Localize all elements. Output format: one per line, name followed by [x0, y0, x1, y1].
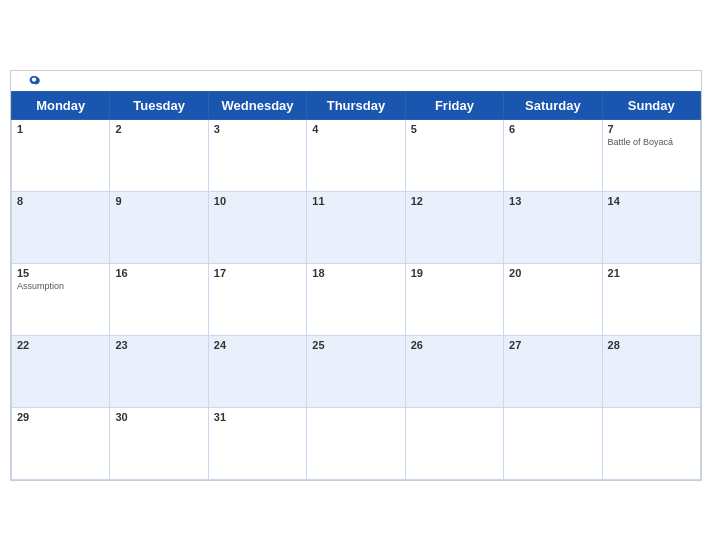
- day-cell: 1: [12, 119, 110, 191]
- day-cell: 23: [110, 335, 208, 407]
- day-number: 28: [608, 339, 695, 351]
- weekday-header-row: MondayTuesdayWednesdayThursdayFridaySatu…: [12, 91, 701, 119]
- day-cell: 21: [602, 263, 700, 335]
- day-number: 12: [411, 195, 498, 207]
- day-cell: [602, 407, 700, 479]
- calendar-table: MondayTuesdayWednesdayThursdayFridaySatu…: [11, 91, 701, 480]
- day-number: 20: [509, 267, 596, 279]
- day-cell: 13: [504, 191, 602, 263]
- day-number: 19: [411, 267, 498, 279]
- day-number: 29: [17, 411, 104, 423]
- day-cell: 25: [307, 335, 405, 407]
- day-number: 25: [312, 339, 399, 351]
- day-cell: 3: [208, 119, 306, 191]
- day-number: 5: [411, 123, 498, 135]
- day-number: 16: [115, 267, 202, 279]
- day-cell: [504, 407, 602, 479]
- day-number: 26: [411, 339, 498, 351]
- day-number: 7: [608, 123, 695, 135]
- week-row-3: 15Assumption161718192021: [12, 263, 701, 335]
- day-number: 24: [214, 339, 301, 351]
- day-cell: 16: [110, 263, 208, 335]
- day-cell: 8: [12, 191, 110, 263]
- day-cell: 30: [110, 407, 208, 479]
- day-number: 1: [17, 123, 104, 135]
- weekday-header-tuesday: Tuesday: [110, 91, 208, 119]
- day-cell: 11: [307, 191, 405, 263]
- day-cell: 2: [110, 119, 208, 191]
- day-number: 4: [312, 123, 399, 135]
- day-cell: 12: [405, 191, 503, 263]
- day-cell: 10: [208, 191, 306, 263]
- day-cell: 14: [602, 191, 700, 263]
- day-number: 27: [509, 339, 596, 351]
- day-cell: 19: [405, 263, 503, 335]
- week-row-1: 1234567Battle of Boyacá: [12, 119, 701, 191]
- day-cell: 9: [110, 191, 208, 263]
- day-event: Battle of Boyacá: [608, 137, 695, 147]
- day-number: 30: [115, 411, 202, 423]
- day-number: 6: [509, 123, 596, 135]
- day-cell: 5: [405, 119, 503, 191]
- day-number: 23: [115, 339, 202, 351]
- day-cell: [405, 407, 503, 479]
- day-cell: 26: [405, 335, 503, 407]
- day-cell: 28: [602, 335, 700, 407]
- day-number: 11: [312, 195, 399, 207]
- calendar-container: MondayTuesdayWednesdayThursdayFridaySatu…: [10, 70, 702, 481]
- day-cell: 20: [504, 263, 602, 335]
- day-number: 18: [312, 267, 399, 279]
- day-number: 14: [608, 195, 695, 207]
- weekday-header-friday: Friday: [405, 91, 503, 119]
- day-number: 31: [214, 411, 301, 423]
- day-number: 17: [214, 267, 301, 279]
- day-cell: 18: [307, 263, 405, 335]
- weekday-header-wednesday: Wednesday: [208, 91, 306, 119]
- day-number: 15: [17, 267, 104, 279]
- day-cell: 4: [307, 119, 405, 191]
- day-number: 21: [608, 267, 695, 279]
- day-cell: 22: [12, 335, 110, 407]
- day-cell: 29: [12, 407, 110, 479]
- day-cell: 31: [208, 407, 306, 479]
- day-cell: [307, 407, 405, 479]
- weekday-header-thursday: Thursday: [307, 91, 405, 119]
- weekday-header-saturday: Saturday: [504, 91, 602, 119]
- weekday-header-sunday: Sunday: [602, 91, 700, 119]
- day-cell: 7Battle of Boyacá: [602, 119, 700, 191]
- day-cell: 15Assumption: [12, 263, 110, 335]
- week-row-5: 293031: [12, 407, 701, 479]
- day-cell: 24: [208, 335, 306, 407]
- weekday-header-monday: Monday: [12, 91, 110, 119]
- logo-bird-icon: [27, 74, 41, 88]
- day-number: 2: [115, 123, 202, 135]
- day-cell: 6: [504, 119, 602, 191]
- week-row-4: 22232425262728: [12, 335, 701, 407]
- day-event: Assumption: [17, 281, 104, 291]
- day-number: 3: [214, 123, 301, 135]
- day-cell: 17: [208, 263, 306, 335]
- day-number: 22: [17, 339, 104, 351]
- day-number: 8: [17, 195, 104, 207]
- calendar-header: [11, 71, 701, 91]
- day-number: 13: [509, 195, 596, 207]
- logo-blue-text: [27, 74, 43, 88]
- logo: [27, 74, 43, 88]
- day-number: 10: [214, 195, 301, 207]
- week-row-2: 891011121314: [12, 191, 701, 263]
- day-number: 9: [115, 195, 202, 207]
- day-cell: 27: [504, 335, 602, 407]
